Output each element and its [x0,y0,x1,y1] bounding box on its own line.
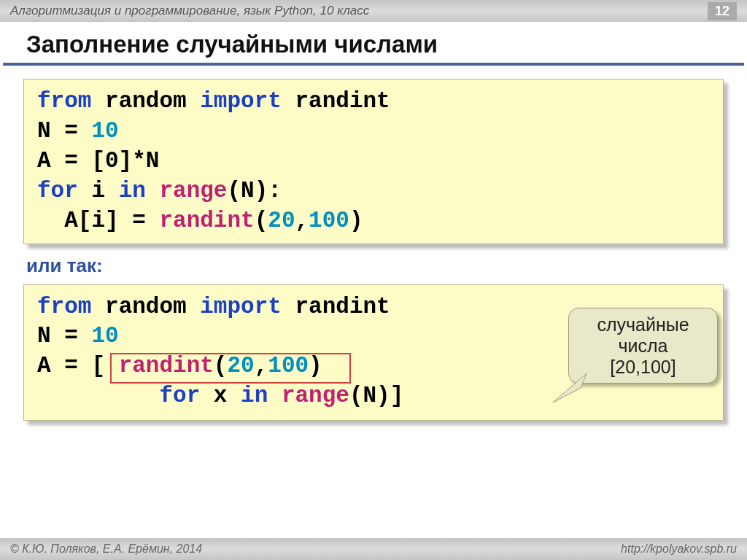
callout-line: числа [585,335,701,357]
course-title: Алгоритмизация и программирование, язык … [10,4,369,18]
header-bar: Алгоритмизация и программирование, язык … [0,0,747,22]
callout-line: [20,100] [585,357,701,378]
callout-bubble: случайные числа [20,100] [568,308,718,384]
code-line: A[i] = randint(20,100) [37,206,710,236]
highlight-box [110,353,351,384]
callout-tail-icon [544,372,588,408]
code-line: A = [0]*N [37,147,710,176]
svg-marker-0 [553,373,587,402]
code-line: from random import randint [37,87,710,117]
slide-title: Заполнение случайными числами [3,22,744,66]
code-block-1: from random import randint N = 10 A = [0… [23,79,724,244]
or-label: или так: [26,254,724,277]
copyright: © К.Ю. Поляков, Е.А. Ерёмин, 2014 [10,542,202,556]
footer-url: http://kpolyakov.spb.ru [621,542,737,556]
footer-bar: © К.Ю. Поляков, Е.А. Ерёмин, 2014 http:/… [0,538,747,560]
code-line: for x in range(N)] [37,381,710,411]
code-line: for i in range(N): [37,176,710,206]
callout-line: случайные [585,314,701,335]
page-number: 12 [708,2,737,20]
code-line: N = 10 [37,117,710,147]
